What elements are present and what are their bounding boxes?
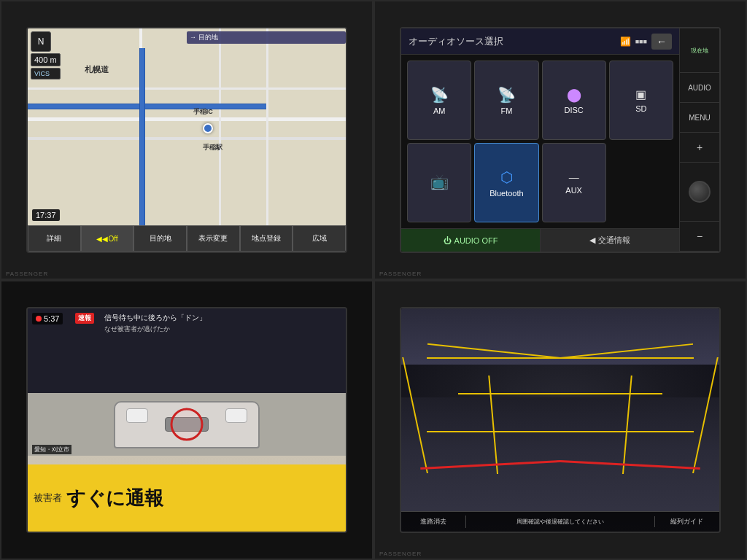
- guide-inner-left: [488, 376, 498, 474]
- tv-upper: 5:37 速報 信号待ち中に後ろから「ドン」 なぜ被害者が逃げたか: [28, 308, 346, 402]
- source-sd[interactable]: ▣ SD: [609, 61, 673, 140]
- traffic-button[interactable]: ◀ 交通情報: [541, 229, 679, 252]
- model-number: ■■■: [635, 38, 647, 45]
- headlight-left: [126, 408, 148, 423]
- camera-quadrant: 進路消去 周囲確認や後退確認してください 縦列ガイド PASSENGER: [374, 280, 747, 560]
- nav-btn-register[interactable]: 地点登録: [240, 225, 293, 252]
- fm-label: FM: [500, 106, 512, 115]
- audio-header: オーディオソース選択 📶 ■■■ ←: [401, 28, 679, 55]
- aux-icon: —: [569, 171, 579, 183]
- audio-header-icons: 📶 ■■■ ←: [620, 34, 672, 50]
- guide-h-bottom: [427, 431, 694, 432]
- source-tv[interactable]: 📺: [407, 143, 471, 222]
- speaker-icon: ◀: [589, 236, 595, 245]
- guide-outer-right: [692, 357, 719, 473]
- disc-label: DISC: [564, 106, 583, 114]
- nav-time: 17:37: [32, 209, 60, 221]
- tv-headline: 信号待ち中に後ろから「ドン」: [104, 313, 343, 323]
- damage-circle: [171, 408, 204, 441]
- car-front: [114, 401, 260, 448]
- nav-map[interactable]: 札幌道 手稲IC 手稲駅 N 400 m VICS 17:37 → 目的地: [28, 28, 346, 225]
- highway: [139, 48, 145, 225]
- audio-off-label: AUDIO OFF: [454, 236, 498, 245]
- nav-btn-wide[interactable]: 広域: [293, 225, 346, 252]
- vics-box: VICS: [31, 68, 61, 79]
- guide-h-mid: [458, 393, 662, 394]
- route-info: → 目的地: [187, 31, 346, 44]
- cam-btn-clear[interactable]: 進路消去: [401, 516, 466, 528]
- guide-lines: [401, 308, 719, 532]
- road: [28, 137, 346, 140]
- tv-quadrant: 5:37 速報 信号待ち中に後ろから「ドン」 なぜ被害者が逃げたか: [0, 280, 374, 560]
- nav-button-bar: 詳細 ◀◀Off 目的地 表示変更 地点登録 広域: [28, 225, 346, 252]
- guide-red-left: [420, 460, 560, 470]
- passenger-label: PASSENGER: [6, 271, 48, 277]
- vol-up-btn[interactable]: +: [680, 133, 719, 163]
- source-grid: 📡 AM 📡 FM ⬤ DISC ▣ SD: [401, 55, 679, 228]
- nav-unit: 札幌道 手稲IC 手稲駅 N 400 m VICS 17:37 → 目的地 詳細…: [26, 27, 347, 253]
- guide-diag-left: [427, 343, 560, 359]
- road: [266, 28, 268, 225]
- caption-small: 被害者: [34, 491, 62, 505]
- distance-box: 400 m: [31, 53, 61, 66]
- map-label-ic: 手稲IC: [193, 107, 213, 117]
- source-aux[interactable]: — AUX: [542, 143, 606, 222]
- audio-ctrl-btn[interactable]: AUDIO: [680, 73, 719, 103]
- bluetooth-icon: ⬡: [500, 168, 513, 186]
- tv-screen-inner: 5:37 速報 信号待ち中に後ろから「ドン」 なぜ被害者が逃げたか: [28, 308, 346, 532]
- source-fm[interactable]: 📡 FM: [474, 61, 538, 140]
- audio-off-button[interactable]: ⏻ AUDIO OFF: [401, 229, 541, 252]
- tv-unit: 5:37 速報 信号待ち中に後ろから「ドン」 なぜ被害者が逃げたか: [26, 307, 347, 533]
- road: [28, 88, 346, 90]
- camera-bottom-bar: 進路消去 周囲確認や後退確認してください 縦列ガイド: [401, 511, 719, 532]
- camera-unit: 進路消去 周囲確認や後退確認してください 縦列ガイド: [400, 307, 721, 533]
- volume-knob[interactable]: [689, 181, 711, 203]
- map-label: 札幌道: [85, 64, 109, 75]
- audio-main: オーディオソース選択 📶 ■■■ ← 📡 AM 📡 FM: [401, 28, 679, 252]
- nav-quadrant: 札幌道 手稲IC 手稲駅 N 400 m VICS 17:37 → 目的地 詳細…: [0, 0, 374, 280]
- nav-btn-off[interactable]: ◀◀Off: [81, 225, 134, 252]
- traffic-label: 交通情報: [598, 235, 630, 246]
- passenger-label-camera: PASSENGER: [379, 551, 422, 557]
- am-label: AM: [433, 106, 446, 115]
- vol-down-btn[interactable]: −: [680, 222, 719, 252]
- vol-knob[interactable]: [680, 163, 719, 222]
- tv-time: 5:37: [44, 314, 59, 323]
- highway: [28, 104, 266, 109]
- antenna-icon: 📶: [620, 36, 631, 47]
- source-am[interactable]: 📡 AM: [407, 61, 471, 140]
- location-button[interactable]: 現在地: [680, 28, 719, 73]
- audio-bottom-bar: ⏻ AUDIO OFF ◀ 交通情報: [401, 228, 679, 252]
- aux-label: AUX: [565, 186, 582, 195]
- tv-caption-bar: 被害者 すぐに通報: [28, 464, 346, 532]
- audio-side-controls: 現在地 AUDIO MENU + −: [679, 28, 719, 252]
- source-bluetooth[interactable]: ⬡ Bluetooth: [474, 143, 538, 222]
- cam-btn-confirm[interactable]: 周囲確認や後退確認してください: [466, 516, 654, 527]
- tv-time-badge: 5:37: [32, 313, 63, 324]
- headlight-right: [225, 408, 247, 423]
- current-position: [203, 123, 213, 133]
- menu-ctrl-btn[interactable]: MENU: [680, 103, 719, 133]
- am-icon: 📡: [430, 86, 449, 104]
- compass: N: [31, 31, 51, 52]
- fm-icon: 📡: [498, 86, 516, 104]
- tv-subtext: なぜ被害者が逃げたか: [104, 324, 343, 334]
- nav-btn-dest[interactable]: 目的地: [133, 225, 187, 252]
- passenger-label-audio: PASSENGER: [379, 271, 422, 277]
- sd-icon: ▣: [635, 88, 646, 101]
- back-button[interactable]: ←: [651, 34, 672, 50]
- sd-label: SD: [635, 104, 646, 113]
- source-disc[interactable]: ⬤ DISC: [542, 61, 606, 140]
- nav-btn-detail[interactable]: 詳細: [28, 225, 81, 252]
- nav-overlay: N 400 m VICS: [31, 31, 61, 79]
- map-label-sta: 手稲駅: [203, 143, 222, 152]
- caption-large: すぐに通報: [66, 486, 163, 511]
- nav-btn-view[interactable]: 表示変更: [187, 225, 240, 252]
- map-background: [28, 28, 346, 225]
- guide-outer-left: [402, 357, 428, 473]
- tv-icon: 📺: [430, 173, 449, 190]
- disc-icon: ⬤: [567, 87, 581, 103]
- cam-btn-parallel[interactable]: 縦列ガイド: [655, 516, 719, 528]
- location-tag: 愛知・刈立市: [32, 445, 71, 454]
- audio-quadrant: オーディオソース選択 📶 ■■■ ← 📡 AM 📡 FM: [374, 0, 747, 280]
